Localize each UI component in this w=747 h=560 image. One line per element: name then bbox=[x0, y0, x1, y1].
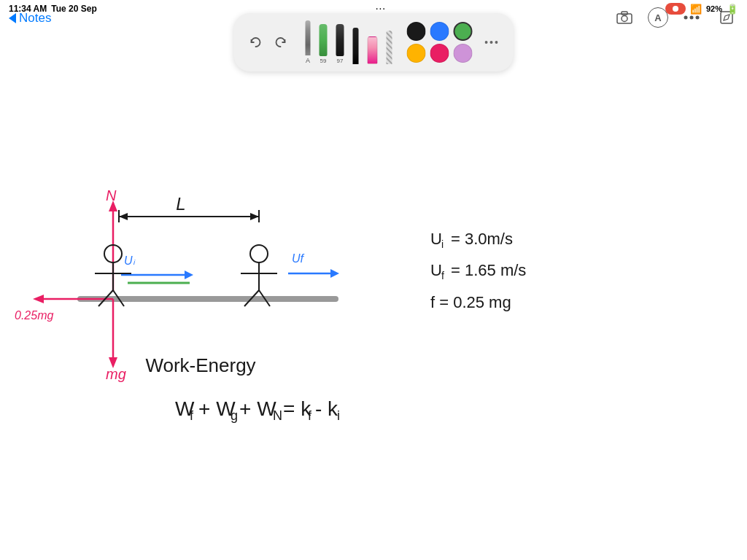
status-dots: ··· bbox=[376, 5, 386, 13]
redo-button[interactable] bbox=[271, 32, 291, 52]
green-marker-num: 59 bbox=[320, 58, 327, 64]
svg-marker-28 bbox=[185, 271, 193, 279]
svg-text:f  = 0.25 mg: f = 0.25 mg bbox=[430, 293, 511, 311]
svg-point-9 bbox=[495, 41, 498, 44]
green-marker-tool[interactable]: 59 bbox=[317, 23, 330, 66]
physics-drawing: N mg 0.25mg L Uᵢ Uf bbox=[0, 88, 747, 560]
svg-text:Work-Energy: Work-Energy bbox=[145, 354, 255, 376]
color-blue[interactable] bbox=[430, 22, 449, 41]
svg-text:i: i bbox=[441, 238, 444, 250]
time-display: 11:34 AM bbox=[9, 4, 47, 14]
black-marker-tool[interactable]: 97 bbox=[333, 23, 347, 66]
svg-text:N: N bbox=[106, 187, 117, 203]
svg-text:0.25mg: 0.25mg bbox=[15, 309, 53, 322]
toolbar-more-button[interactable] bbox=[481, 32, 502, 52]
svg-text:f: f bbox=[441, 270, 444, 281]
svg-text:f: f bbox=[308, 408, 312, 423]
striped-pencil-tool[interactable] bbox=[384, 29, 395, 66]
svg-text:g: g bbox=[231, 408, 238, 423]
battery-display: 92% bbox=[706, 4, 722, 13]
svg-text:+ W: + W bbox=[239, 397, 276, 420]
svg-point-7 bbox=[485, 41, 488, 44]
color-purple[interactable] bbox=[454, 44, 473, 63]
color-green[interactable] bbox=[454, 22, 473, 41]
pencil-tool[interactable]: A bbox=[303, 19, 314, 66]
svg-marker-18 bbox=[33, 295, 44, 303]
svg-text:Uᵢ: Uᵢ bbox=[124, 254, 136, 267]
status-right: 📶 92% 🔋 bbox=[665, 3, 738, 15]
canvas-area: N mg 0.25mg L Uᵢ Uf bbox=[0, 88, 747, 560]
color-yellow[interactable] bbox=[407, 44, 426, 63]
wifi-icon: 📶 bbox=[690, 4, 702, 15]
status-left: 11:34 AM Tue 20 Sep bbox=[9, 4, 97, 14]
status-bar: 11:34 AM Tue 20 Sep ··· 📶 92% 🔋 bbox=[0, 0, 747, 18]
pink-highlighter-tool[interactable] bbox=[365, 35, 381, 66]
battery-icon: 🔋 bbox=[727, 4, 738, 15]
black-marker-num: 97 bbox=[337, 58, 344, 64]
svg-point-8 bbox=[490, 41, 493, 44]
svg-text:- k: - k bbox=[315, 397, 338, 420]
color-red[interactable] bbox=[430, 44, 449, 63]
svg-text:L: L bbox=[176, 194, 185, 214]
colors-section bbox=[407, 22, 473, 63]
undo-button[interactable] bbox=[246, 32, 266, 52]
svg-text:Uf: Uf bbox=[292, 252, 305, 265]
color-black[interactable] bbox=[407, 22, 426, 41]
svg-text:= 3.0m/s: = 3.0m/s bbox=[451, 230, 513, 248]
svg-text:i: i bbox=[337, 408, 340, 423]
tools-section: A 59 97 bbox=[303, 19, 395, 66]
svg-point-38 bbox=[250, 245, 268, 262]
svg-marker-32 bbox=[330, 269, 339, 278]
color-row-2 bbox=[407, 44, 473, 63]
svg-text:N: N bbox=[273, 408, 282, 423]
dark-pen-tool[interactable] bbox=[350, 26, 362, 66]
svg-text:U: U bbox=[430, 230, 442, 248]
svg-text:U: U bbox=[430, 261, 442, 279]
svg-marker-23 bbox=[119, 213, 128, 220]
date-display: Tue 20 Sep bbox=[51, 4, 96, 14]
toolbar-actions bbox=[246, 32, 291, 52]
pencil-label: A bbox=[306, 57, 310, 64]
color-row-1 bbox=[407, 22, 473, 41]
toolbar: A 59 97 bbox=[234, 13, 514, 71]
svg-text:mg: mg bbox=[106, 366, 126, 382]
svg-text:= 1.65 m/s: = 1.65 m/s bbox=[451, 261, 526, 279]
record-indicator bbox=[665, 3, 686, 15]
svg-marker-24 bbox=[250, 213, 259, 220]
